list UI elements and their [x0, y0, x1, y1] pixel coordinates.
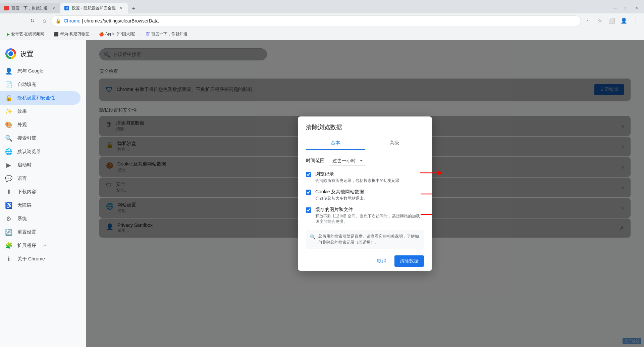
sidebar-item-startup[interactable]: ▶ 启动时: [0, 158, 80, 172]
checkbox-content-history: 浏览记录 会清除所有历史记录，包括搜索框中的历史记录: [315, 171, 400, 184]
profile-button[interactable]: 👤: [619, 15, 629, 26]
downloads-icon: ⬇: [5, 189, 12, 195]
sidebar-toggle[interactable]: ⬜: [606, 15, 617, 26]
tab-close-settings[interactable]: ✕: [118, 5, 124, 11]
content-wrapper: 🔍 安全检查 🛡 Chrome 有助于保护您免受数据泄露、不良扩展程序等问题的影…: [86, 40, 644, 347]
sidebar-item-google[interactable]: 👤 您与 Google: [0, 64, 80, 78]
address-text: Chrome | chrome://settings/clearBrowserD…: [64, 18, 577, 23]
search-note: 🔍 您所用的搜索引擎是百度。请查看它的相关说明，了解如何删除您的搜索记录（若适用…: [306, 230, 424, 249]
checkbox-cache[interactable]: [306, 207, 311, 213]
dialog-tab-advanced[interactable]: 高级: [365, 137, 424, 150]
tab-settings[interactable]: ⚙ 设置 - 隐私设置和安全性 ✕: [60, 3, 128, 13]
bookmark-iqiyi[interactable]: ▶ 爱奇艺·在线视频网...: [4, 30, 50, 39]
sidebar-label-extensions: 扩展程序: [17, 243, 36, 249]
checkbox-item-history: 浏览记录 会清除所有历史记录，包括搜索框中的历史记录: [306, 171, 424, 184]
sidebar-item-language[interactable]: 💬 语言: [0, 172, 80, 185]
google-icon: 👤: [5, 68, 12, 75]
time-range-select[interactable]: 过去一小时 过去24小时 过去7天 过去4周 全部时间: [329, 156, 366, 166]
tab-bar: 百度一下，你就知道 ✕ ⚙ 设置 - 隐私设置和安全性 ✕ +: [0, 3, 608, 13]
checkbox-cookies[interactable]: [306, 190, 311, 195]
bookmark-baidu[interactable]: 百 百度一下，你就知道: [143, 30, 190, 39]
minimize-button[interactable]: —: [610, 3, 620, 13]
tab-title-baidu: 百度一下，你就知道: [11, 5, 48, 11]
nav-right-buttons: ⬞ ☆ ⬜ 👤 ⋮: [582, 15, 641, 26]
cast-button[interactable]: ⬞: [582, 15, 593, 26]
checkbox-item-cookies: Cookie 及其他网站数据 会致使您从大多数网站退出。: [306, 189, 424, 201]
tab-title-settings: 设置 - 隐私设置和安全性: [72, 5, 116, 11]
bookmark-huawei[interactable]: ⬛ 华为·构建万物互...: [51, 30, 95, 39]
search-engine-icon: 🔍: [5, 135, 12, 142]
about-icon: ℹ: [5, 256, 12, 262]
privacy-icon: 🔒: [5, 95, 12, 101]
address-url: chrome://settings/clearBrowserData: [84, 18, 159, 23]
sidebar-label-effects: 效果: [17, 108, 27, 114]
sidebar-item-search[interactable]: 🔍 搜索引擎: [0, 132, 80, 145]
sidebar-title: 设置: [20, 49, 34, 58]
bookmark-iqiyi-favicon: ▶: [7, 32, 10, 37]
history-label: 浏览记录: [315, 171, 400, 177]
tab-close-baidu[interactable]: ✕: [51, 5, 56, 11]
bookmark-baidu-label: 百度一下，你就知道: [151, 31, 187, 37]
forward-button[interactable]: →: [15, 15, 25, 26]
chrome-label: Chrome: [64, 18, 80, 23]
new-tab-button[interactable]: +: [129, 4, 139, 13]
sidebar-label-downloads: 下载内容: [17, 189, 36, 195]
tab-baidu[interactable]: 百度一下，你就知道 ✕: [0, 3, 60, 13]
home-button[interactable]: ⌂: [39, 15, 50, 26]
sidebar-item-autofill[interactable]: 📄 自动填充: [0, 78, 80, 91]
cookies-cb-desc: 会致使您从大多数网站退出。: [315, 196, 368, 201]
clear-data-button[interactable]: 清除数据: [394, 255, 424, 267]
checkbox-content-cache: 缓存的图片和文件 释放不到 112 MB 空间。当您下次访问时，某些网站的加载速…: [315, 207, 424, 225]
sidebar-item-browser[interactable]: 🌐 默认浏览器: [0, 145, 80, 158]
reset-icon: 🔄: [5, 229, 12, 236]
sidebar-item-privacy[interactable]: 🔒 隐私设置和安全性: [0, 91, 80, 105]
bookmark-iqiyi-label: 爱奇艺·在线视频网...: [11, 31, 48, 37]
cache-cb-desc: 释放不到 112 MB 空间。当您下次访问时，某些网站的加载速度可能会更慢。: [315, 213, 424, 225]
external-link-icon: ↗: [43, 243, 46, 248]
tab-favicon-baidu: [4, 6, 9, 10]
maximize-button[interactable]: □: [621, 3, 631, 13]
sidebar-label-startup: 启动时: [17, 162, 32, 168]
startup-icon: ▶: [5, 162, 12, 168]
cache-cb-label: 缓存的图片和文件: [315, 207, 424, 213]
effects-icon: ✨: [5, 108, 12, 115]
bookmark-apple-label: Apple (中国大陆)·...: [105, 31, 140, 37]
sidebar-item-accessibility[interactable]: ♿ 无障碍: [0, 199, 80, 212]
sidebar-label-autofill: 自动填充: [17, 82, 36, 88]
time-range-row: 时间范围 过去一小时 过去24小时 过去7天 过去4周 全部时间: [306, 156, 424, 166]
bookmark-apple[interactable]: 🍎 Apple (中国大陆)·...: [96, 30, 143, 39]
sidebar-label-accessibility: 无障碍: [17, 202, 32, 208]
nav-bar: ← → ↻ ⌂ 🔒 Chrome | chrome://settings/cle…: [0, 13, 644, 28]
dialog-title: 清除浏览数据: [298, 116, 432, 137]
menu-button[interactable]: ⋮: [631, 15, 641, 26]
address-bar[interactable]: 🔒 Chrome | chrome://settings/clearBrowse…: [51, 15, 581, 26]
accessibility-icon: ♿: [5, 202, 12, 209]
back-button[interactable]: ←: [3, 15, 13, 26]
sidebar-item-system[interactable]: ⚙ 系统: [0, 212, 80, 226]
sidebar-label-reset: 重置设置: [17, 229, 36, 235]
checkbox-content-cookies: Cookie 及其他网站数据 会致使您从大多数网站退出。: [315, 189, 368, 201]
red-arrow-1: [420, 168, 432, 179]
sidebar-item-reset[interactable]: 🔄 重置设置: [0, 226, 80, 239]
dialog-tabs: 基本 高级: [298, 137, 432, 150]
search-note-icon: 🔍: [310, 234, 316, 241]
dialog-overlay: 清除浏览数据 基本 高级 时间范围 过去一小时 过去24小时 过去7天 过: [86, 40, 644, 347]
bookmark-button[interactable]: ☆: [594, 15, 605, 26]
history-desc: 会清除所有历史记录，包括搜索框中的历史记录: [315, 178, 400, 184]
refresh-button[interactable]: ↻: [27, 15, 38, 26]
sidebar-item-appearance[interactable]: 🎨 外观: [0, 118, 80, 132]
sidebar-item-effects[interactable]: ✨ 效果: [0, 105, 80, 118]
sidebar-item-downloads[interactable]: ⬇ 下载内容: [0, 185, 80, 199]
checkbox-history[interactable]: [306, 172, 311, 177]
browser-icon: 🌐: [5, 148, 12, 155]
dialog-tab-basic[interactable]: 基本: [306, 137, 365, 150]
sidebar-label-browser: 默认浏览器: [17, 149, 41, 155]
sidebar-label-about: 关于 Chrome: [17, 256, 45, 262]
chrome-logo: [5, 48, 16, 59]
sidebar-item-about[interactable]: ℹ 关于 Chrome: [0, 252, 80, 266]
bookmark-apple-favicon: 🍎: [99, 32, 104, 37]
close-button[interactable]: ✕: [632, 3, 641, 13]
cookies-cb-label: Cookie 及其他网站数据: [315, 189, 368, 195]
sidebar-item-extensions[interactable]: 🧩 扩展程序 ↗: [0, 239, 80, 252]
cancel-button[interactable]: 取消: [372, 255, 392, 267]
